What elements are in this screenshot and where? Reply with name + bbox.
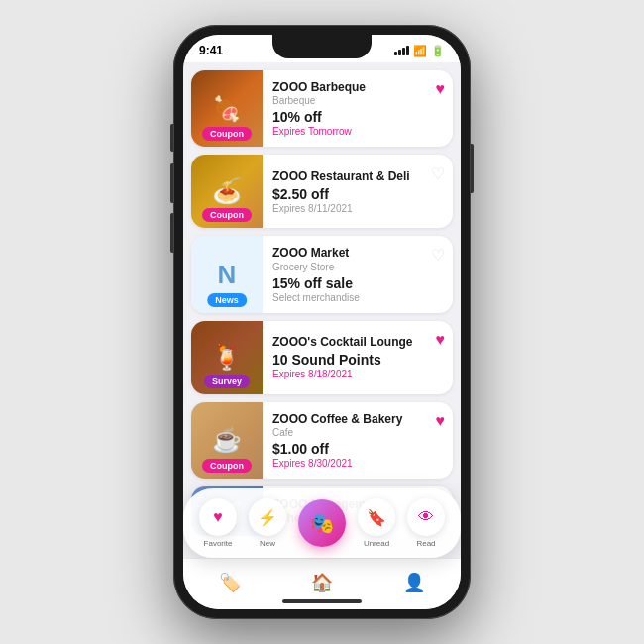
- coupon-card-4[interactable]: 🍹 Survey ZOOO's Cocktail Lounge 10 Sound…: [191, 321, 453, 394]
- card-discount-2: $2.50 off: [272, 186, 413, 202]
- battery-icon: 🔋: [431, 45, 445, 57]
- wifi-icon: 📶: [413, 45, 427, 57]
- card-heart-1[interactable]: ♥: [428, 70, 454, 147]
- card-body-4: ZOOO's Cocktail Lounge 10 Sound Points E…: [263, 321, 428, 394]
- phone-screen: 9:41 📶 🔋 🍖 Coupon: [183, 35, 461, 609]
- coupon-card-3[interactable]: N News ZOOO Market Grocery Store 15% off…: [191, 236, 453, 312]
- popup-unread-label: Unread: [364, 539, 389, 548]
- volume-up-button: [170, 163, 173, 203]
- badge-news-3: News: [207, 293, 247, 307]
- card-heart-4[interactable]: ♥: [428, 321, 454, 394]
- card-heart-5[interactable]: ♥: [428, 402, 454, 479]
- popup-read[interactable]: 👁 Read: [407, 498, 445, 548]
- popup-favorite-label: Favorite: [204, 539, 233, 548]
- popup-new-label: New: [260, 539, 275, 548]
- card-body-5: ZOOO Coffee & Bakery Cafe $1.00 off Expi…: [263, 402, 428, 479]
- popup-new[interactable]: ⚡ New: [249, 498, 286, 548]
- card-image-5: ☕ Coupon: [191, 402, 263, 479]
- popup-new-icon[interactable]: ⚡: [249, 498, 286, 536]
- card-expiry-2: Expires 8/11/2021: [272, 203, 413, 214]
- badge-coupon-5: Coupon: [202, 459, 252, 473]
- popup-read-icon[interactable]: 👁: [407, 498, 445, 536]
- card-body-2: ZOOO Restaurant & Deli $2.50 off Expires…: [263, 155, 423, 228]
- nav-profile-icon: 👤: [403, 572, 425, 593]
- nav-home[interactable]: 🏠: [311, 572, 333, 593]
- power-button: [471, 144, 474, 193]
- phone-frame: 9:41 📶 🔋 🍖 Coupon: [173, 25, 471, 619]
- card-title-2: ZOOO Restaurant & Deli: [272, 169, 413, 183]
- card-image-3: N News: [191, 236, 263, 312]
- coupon-card-5[interactable]: ☕ Coupon ZOOO Coffee & Bakery Cafe $1.00…: [191, 402, 453, 479]
- card-subtitle-1: Barbeque: [272, 95, 418, 106]
- card-body-1: ZOOO Barbeque Barbeque 10% off Expires T…: [263, 70, 428, 147]
- popup-center[interactable]: 🎭: [298, 499, 346, 547]
- popup-unread-icon[interactable]: 🔖: [358, 498, 395, 536]
- card-expiry-3: Select merchandise: [272, 292, 413, 303]
- popup-read-label: Read: [416, 539, 435, 548]
- card-discount-1: 10% off: [272, 109, 418, 125]
- popup-center-icon[interactable]: 🎭: [298, 499, 346, 547]
- card-expiry-4: Expires 8/18/2021: [272, 369, 418, 379]
- card-discount-5: $1.00 off: [272, 441, 418, 457]
- status-icons: 📶 🔋: [394, 45, 445, 57]
- card-body-3: ZOOO Market Grocery Store 15% off sale S…: [263, 236, 423, 312]
- coupon-card-2[interactable]: 🍝 Coupon ZOOO Restaurant & Deli $2.50 of…: [191, 155, 453, 228]
- card-image-1: 🍖 Coupon: [191, 70, 263, 147]
- badge-survey-4: Survey: [204, 375, 250, 388]
- badge-coupon-1: Coupon: [202, 127, 252, 141]
- card-image-2: 🍝 Coupon: [191, 155, 263, 228]
- card-expiry-1: Expires Tomorrow: [272, 126, 418, 137]
- popup-menu[interactable]: ♥ Favorite ⚡ New 🎭 🔖: [183, 488, 461, 558]
- coupon-card-1[interactable]: 🍖 Coupon ZOOO Barbeque Barbeque 10% off …: [191, 70, 453, 147]
- card-heart-3[interactable]: ♡: [423, 236, 453, 312]
- popup-favorite-icon[interactable]: ♥: [199, 498, 237, 536]
- card-image-4: 🍹 Survey: [191, 321, 263, 394]
- badge-coupon-2: Coupon: [202, 208, 252, 222]
- status-time: 9:41: [199, 44, 223, 57]
- heart-filled-icon-5[interactable]: ♥: [436, 412, 446, 430]
- popup-overlay: ♥ Favorite ⚡ New 🎭 🔖: [183, 488, 461, 558]
- popup-favorite[interactable]: ♥ Favorite: [199, 498, 237, 548]
- home-indicator: [282, 599, 362, 603]
- nav-profile[interactable]: 👤: [403, 572, 425, 593]
- heart-empty-icon[interactable]: ♡: [431, 164, 445, 183]
- card-title-4: ZOOO's Cocktail Lounge: [272, 335, 418, 349]
- card-subtitle-3: Grocery Store: [272, 262, 413, 272]
- card-title-3: ZOOO Market: [272, 246, 413, 260]
- card-discount-4: 10 Sound Points: [272, 352, 418, 368]
- card-title-5: ZOOO Coffee & Bakery: [272, 412, 418, 426]
- volume-down-button: [170, 213, 173, 253]
- nav-coupons[interactable]: 🏷️: [219, 572, 241, 593]
- notch: [272, 35, 372, 58]
- signal-icon: [394, 46, 409, 55]
- nav-home-icon: 🏠: [311, 572, 333, 593]
- nav-coupons-icon: 🏷️: [219, 572, 241, 593]
- card-expiry-5: Expires 8/30/2021: [272, 458, 418, 469]
- mute-button: [170, 124, 173, 152]
- heart-filled-icon-4[interactable]: ♥: [436, 331, 446, 349]
- card-title-1: ZOOO Barbeque: [272, 80, 418, 94]
- card-heart-2[interactable]: ♡: [423, 155, 453, 228]
- card-subtitle-5: Cafe: [272, 427, 418, 438]
- card-discount-3: 15% off sale: [272, 275, 413, 291]
- content-area[interactable]: 🍖 Coupon ZOOO Barbeque Barbeque 10% off …: [183, 62, 461, 558]
- heart-filled-icon[interactable]: ♥: [436, 80, 446, 98]
- heart-empty-icon-3[interactable]: ♡: [431, 246, 445, 265]
- popup-unread[interactable]: 🔖 Unread: [358, 498, 395, 548]
